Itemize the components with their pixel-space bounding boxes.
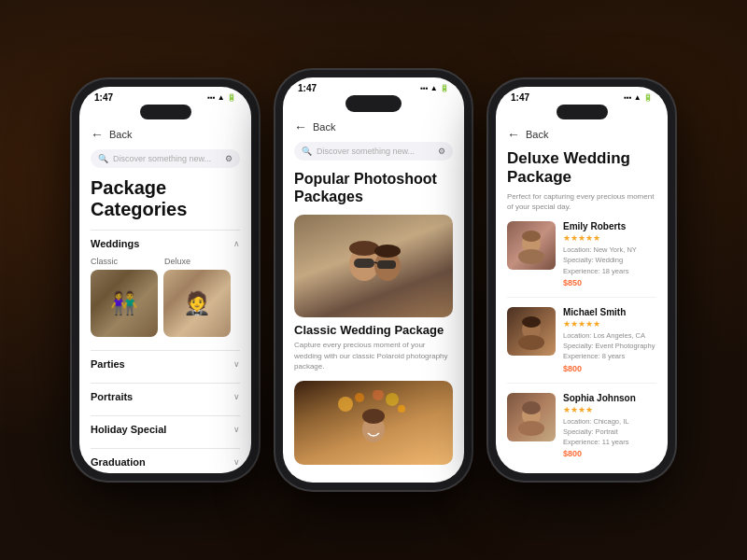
weddings-chevron: ∧ — [233, 239, 240, 248]
pkg-detail-title: Deluxe Wedding Package — [507, 149, 656, 188]
nav-row-center: ← Back — [294, 119, 453, 134]
category-graduation: Graduation ∨ — [91, 448, 240, 473]
graduation-chevron: ∨ — [233, 457, 240, 467]
svg-point-17 — [518, 249, 544, 264]
classic-photo-img — [91, 270, 158, 337]
photographer-info-sophia: Sophia Johnson ★★★★ Location: Chicago, I… — [563, 393, 656, 459]
category-weddings: Weddings ∧ Classic Deluxe — [91, 230, 240, 344]
time-left: 1:47 — [94, 92, 113, 103]
weddings-header[interactable]: Weddings ∧ — [91, 230, 240, 257]
photographer-info-michael: Michael Smith ★★★★★ Location: Los Angele… — [563, 307, 656, 373]
svg-point-22 — [522, 401, 541, 414]
photographer-card-michael[interactable]: Michael Smith ★★★★★ Location: Los Angele… — [507, 307, 656, 384]
svg-rect-3 — [354, 259, 374, 268]
page-title-center: Popular Photoshoot Packages — [294, 170, 453, 205]
portraits-chevron: ∨ — [233, 392, 240, 401]
parties-header[interactable]: Parties ∨ — [91, 350, 240, 377]
back-arrow-center[interactable]: ← — [294, 119, 307, 134]
graduation-label: Graduation — [91, 456, 146, 468]
sophia-price: $800 — [563, 449, 656, 458]
svg-rect-4 — [377, 260, 396, 269]
dynamic-island-center — [345, 95, 402, 112]
photographer-card-emily[interactable]: Emily Roberts ★★★★★ Location: New York, … — [507, 221, 656, 298]
emily-img — [507, 221, 556, 270]
deluxe-photo-img — [163, 270, 231, 337]
sophia-specialty: Specialty: Portrait — [563, 427, 618, 436]
search-icon-center: 🔍 — [302, 147, 312, 156]
emily-name: Emily Roberts — [563, 221, 656, 231]
package-title-wedding: Classic Wedding Package — [294, 323, 453, 337]
svg-point-23 — [518, 421, 544, 436]
filter-icon-left[interactable]: ⚙ — [225, 154, 233, 163]
status-bar-right: 1:47 ▪▪▪ ▲ 🔋 — [496, 87, 668, 105]
search-placeholder-center: Discover something new... — [317, 147, 433, 156]
status-icons-right: ▪▪▪ ▲ 🔋 — [624, 93, 653, 102]
back-label-center: Back — [313, 121, 335, 133]
svg-point-14 — [362, 409, 385, 424]
back-arrow-right[interactable]: ← — [507, 127, 520, 142]
sophia-experience: Experience: 11 years — [563, 438, 628, 446]
wedding-photo-deluxe[interactable] — [163, 270, 231, 337]
status-icons-left: ▪▪▪ ▲ 🔋 — [207, 93, 236, 102]
sophia-stars: ★★★★ — [563, 405, 656, 414]
michael-experience: Experience: 8 years — [563, 352, 625, 360]
wedding-photos — [91, 270, 240, 337]
michael-price: $800 — [563, 364, 656, 373]
svg-point-20 — [518, 335, 544, 350]
svg-point-12 — [373, 390, 384, 400]
package-image-wedding — [294, 215, 453, 317]
package-card-wedding[interactable]: Classic Wedding Package Capture every pr… — [294, 215, 453, 371]
svg-point-19 — [522, 316, 541, 328]
status-icons-center: ▪▪▪ ▲ 🔋 — [420, 84, 449, 92]
sophia-detail: Location: Chicago, IL Specialty: Portrai… — [563, 416, 656, 448]
wedding-labels: Classic Deluxe — [91, 257, 240, 266]
sophia-location: Location: Chicago, IL — [563, 417, 628, 426]
back-arrow-left[interactable]: ← — [91, 127, 104, 142]
emily-location: Location: New York, NY — [563, 245, 637, 254]
phone-right: 1:47 ▪▪▪ ▲ 🔋 ← Back Deluxe Wedding Packa… — [488, 79, 675, 481]
back-label-right: Back — [526, 129, 548, 140]
phone-center: 1:47 ▪▪▪ ▲ 🔋 ← Back 🔍 Discover something… — [275, 70, 472, 490]
holiday-label: Holiday Special — [91, 424, 166, 435]
wedding-photo-classic[interactable] — [91, 270, 158, 337]
michael-detail: Location: Los Angeles, CA Specialty: Eve… — [563, 330, 656, 362]
package-image-party — [294, 381, 453, 465]
pkg-detail-desc: Perfect for capturing every precious mom… — [507, 191, 656, 212]
photographer-photo-sophia — [507, 393, 556, 441]
weddings-expanded: Classic Deluxe — [91, 257, 240, 344]
photographer-photo-michael — [507, 307, 556, 356]
parties-label: Parties — [91, 358, 125, 370]
holiday-chevron: ∨ — [233, 425, 240, 434]
search-bar-left[interactable]: 🔍 Discover something new... ⚙ — [91, 149, 240, 168]
time-center: 1:47 — [298, 83, 317, 93]
michael-specialty: Specialty: Event Photography — [563, 342, 655, 350]
filter-icon-center[interactable]: ⚙ — [438, 147, 445, 156]
svg-line-5 — [374, 262, 377, 263]
page-title-left: Package Categories — [91, 177, 240, 220]
category-parties: Parties ∨ — [91, 350, 240, 377]
category-portraits: Portraits ∨ — [91, 383, 240, 410]
sophia-img — [507, 393, 556, 441]
pkg-img-wedding — [294, 215, 453, 317]
portraits-header[interactable]: Portraits ∨ — [91, 383, 240, 410]
deluxe-label: Deluxe — [164, 257, 190, 266]
photographer-card-sophia[interactable]: Sophia Johnson ★★★★ Location: Chicago, I… — [507, 393, 656, 469]
holiday-header[interactable]: Holiday Special ∨ — [91, 415, 240, 442]
search-placeholder-left: Discover something new... — [113, 154, 220, 163]
nav-row-right: ← Back — [507, 127, 656, 142]
pkg-img-party — [294, 381, 453, 465]
emily-specialty: Specialty: Wedding — [563, 256, 623, 264]
dynamic-island-right — [557, 105, 608, 119]
svg-point-16 — [522, 231, 541, 242]
emily-experience: Experience: 18 years — [563, 267, 628, 275]
svg-point-11 — [398, 405, 405, 413]
phone-right-screen: 1:47 ▪▪▪ ▲ 🔋 ← Back Deluxe Wedding Packa… — [496, 87, 668, 473]
emily-stars: ★★★★★ — [563, 233, 656, 243]
search-bar-center[interactable]: 🔍 Discover something new... ⚙ — [294, 142, 453, 161]
photographer-photo-emily — [507, 221, 556, 270]
svg-point-10 — [386, 393, 399, 406]
graduation-header[interactable]: Graduation ∨ — [91, 448, 240, 473]
michael-name: Michael Smith — [563, 307, 656, 317]
parties-chevron: ∨ — [233, 359, 240, 369]
status-bar-left: 1:47 ▪▪▪ ▲ 🔋 — [79, 87, 251, 105]
